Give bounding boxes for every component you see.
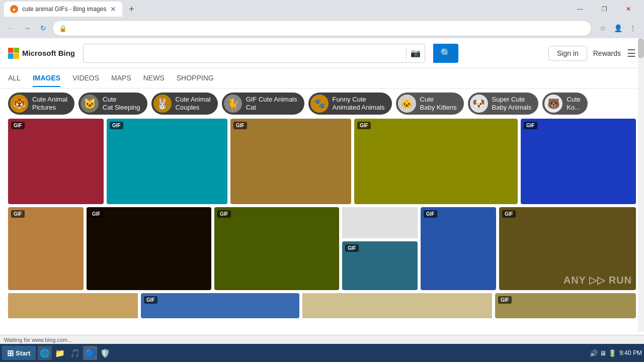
battery-icon[interactable]: 🔋 <box>608 349 616 357</box>
nav-videos[interactable]: VIDEOS <box>72 70 99 87</box>
minimize-button[interactable]: — <box>569 2 592 17</box>
taskbar-ie[interactable]: 🌐 <box>38 346 52 360</box>
gif-badge: GIF <box>144 296 157 304</box>
search-input[interactable]: cute animal GIFs <box>88 49 402 58</box>
address-input[interactable]: https://www.bing.com/images/search?FORM=… <box>71 25 585 32</box>
nav-news[interactable]: NEWS <box>143 70 165 87</box>
status-text: Waiting for www.bing.com... <box>4 337 72 343</box>
start-button[interactable]: ⊞ Start <box>2 346 36 360</box>
taskbar-security[interactable]: 🛡️ <box>98 346 112 360</box>
anyrun-watermark: ANY ▷▷ RUN <box>564 274 632 286</box>
image-tile[interactable]: GIF <box>87 207 211 290</box>
nav-all[interactable]: ALL <box>8 70 21 87</box>
gif-badge: GIF <box>110 122 123 129</box>
taskbar: ⊞ Start 🌐 📁 🎵 🔵 🛡️ 🔊 🖥 🔋 9:40 PM <box>0 344 644 362</box>
gif-badge: GIF <box>524 122 537 129</box>
gif-badge: GIF <box>345 244 359 252</box>
image-tile-empty[interactable] <box>342 207 418 238</box>
taskbar-chrome[interactable]: 🔵 <box>83 346 97 360</box>
nav-images[interactable]: IMAGES <box>33 70 60 87</box>
chip-cute-cat-sleeping[interactable]: 🐱 CuteCat Sleeping <box>78 93 147 115</box>
image-tile[interactable]: GIF <box>214 207 339 290</box>
forward-button[interactable]: → <box>20 21 34 35</box>
menu-button[interactable]: ☰ <box>627 47 636 59</box>
image-tile[interactable]: GIF <box>521 119 636 204</box>
gif-badge: GIF <box>90 210 103 218</box>
rewards-button[interactable]: Rewards <box>593 49 621 57</box>
image-tile[interactable]: GIF <box>354 119 518 204</box>
chip-cute-animal-couples[interactable]: 🐰 Cute AnimalCouples <box>151 93 218 115</box>
maximize-button[interactable]: ❐ <box>593 2 616 17</box>
image-tile-partial[interactable] <box>302 293 492 318</box>
logo-text: Microsoft Bing <box>22 49 75 57</box>
lock-icon: 🔒 <box>59 25 67 32</box>
search-button[interactable]: 🔍 <box>433 44 458 63</box>
nav-maps[interactable]: MAPS <box>111 70 131 87</box>
image-tile[interactable]: GIF ANY ▷▷ RUN <box>499 207 636 290</box>
address-bar[interactable]: 🔒 https://www.bing.com/images/search?FOR… <box>52 20 592 36</box>
image-tile-partial[interactable] <box>8 293 138 318</box>
volume-icon[interactable]: 🔊 <box>590 349 598 357</box>
gif-badge: GIF <box>424 210 437 218</box>
image-tile[interactable]: GIF <box>230 119 351 204</box>
new-tab-button[interactable]: + <box>124 2 138 16</box>
tab-close-button[interactable]: ✕ <box>110 5 116 13</box>
status-bar: Waiting for www.bing.com... <box>0 335 644 344</box>
chip-cute-baby-kittens[interactable]: 🐱 CuteBaby Kittens <box>396 93 464 115</box>
image-tile[interactable]: GIF <box>421 207 496 290</box>
gif-badge: GIF <box>217 210 231 218</box>
scrollbar-thumb[interactable] <box>638 38 644 58</box>
profile-button[interactable]: 👤 <box>611 21 625 35</box>
scrollbar-vertical[interactable] <box>638 38 644 332</box>
gif-badge: GIF <box>498 296 512 304</box>
gif-badge: GIF <box>357 122 371 129</box>
gif-badge: GIF <box>11 210 25 218</box>
image-tile[interactable]: GIF <box>107 119 227 204</box>
reload-button[interactable]: ↻ <box>36 21 50 35</box>
camera-search-icon[interactable]: 📷 <box>411 48 421 58</box>
gif-badge: GIF <box>502 210 516 218</box>
tab-favicon: ● <box>10 5 18 13</box>
filter-chips: 🐯 Cute AnimalPictures 🐱 CuteCat Sleeping… <box>0 88 644 119</box>
sign-in-button[interactable]: Sign in <box>548 46 587 61</box>
system-clock: 9:40 PM <box>619 349 642 356</box>
image-tile[interactable]: GIF <box>495 293 636 318</box>
image-tile[interactable]: GIF <box>141 293 299 318</box>
gif-badge: GIF <box>233 122 247 129</box>
browser-tab[interactable]: ● cute animal GIFs - Bing images ✕ <box>4 2 122 17</box>
window-controls: — ❐ ✕ <box>569 2 640 17</box>
chip-gif-cute-animals-cat[interactable]: 🐈 GIF Cute AnimalsCat <box>222 93 304 115</box>
image-tile[interactable]: GIF <box>342 241 418 290</box>
gif-badge: GIF <box>11 122 25 129</box>
image-tile[interactable]: GIF <box>8 207 84 290</box>
search-box[interactable]: cute animal GIFs 📷 <box>83 44 425 63</box>
settings-button[interactable]: ⋮ <box>626 21 640 35</box>
bing-logo: Microsoft Bing <box>8 48 75 59</box>
main-nav: ALL IMAGES VIDEOS MAPS NEWS SHOPPING <box>0 68 644 88</box>
chip-super-cute-baby-animals[interactable]: 🐶 Super CuteBaby Animals <box>468 93 539 115</box>
taskbar-media[interactable]: 🎵 <box>68 346 82 360</box>
tab-title: cute animal GIFs - Bing images <box>22 6 106 13</box>
close-button[interactable]: ✕ <box>617 2 640 17</box>
back-button[interactable]: ← <box>4 21 18 35</box>
image-tile[interactable]: GIF <box>8 119 104 204</box>
chip-cute-ko[interactable]: 🐻 CuteKo... <box>542 93 587 115</box>
nav-shopping[interactable]: SHOPPING <box>177 70 214 87</box>
network-icon[interactable]: 🖥 <box>600 349 606 357</box>
favorites-button[interactable]: ☆ <box>596 21 610 35</box>
chip-funny-cute-animated-animals[interactable]: 🐾 Funny CuteAnimated Animals <box>308 93 392 115</box>
tray-icons: 🔊 🖥 🔋 <box>590 349 616 357</box>
taskbar-folder[interactable]: 📁 <box>53 346 67 360</box>
chip-cute-animal-pictures[interactable]: 🐯 Cute AnimalPictures <box>8 93 74 115</box>
